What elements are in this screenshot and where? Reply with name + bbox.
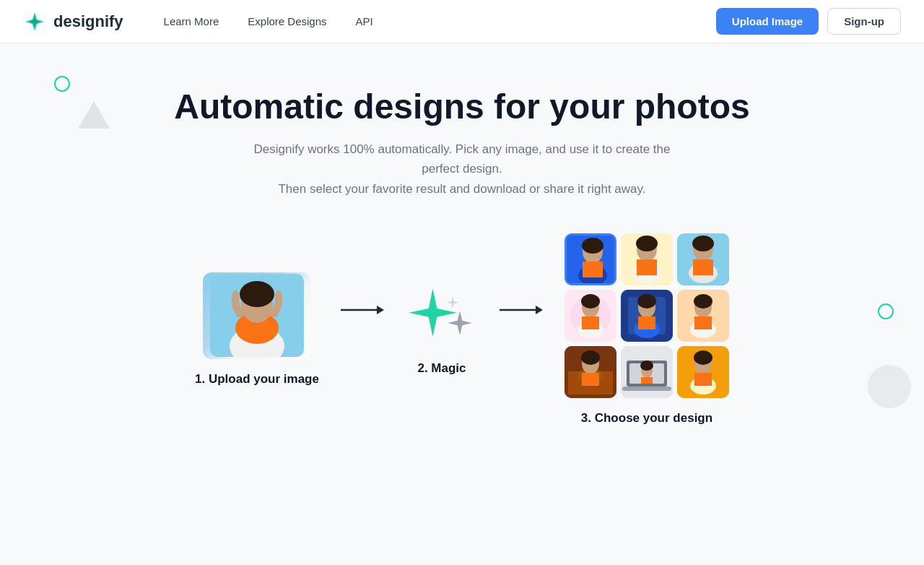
step-1-label: 1. Upload your image	[195, 372, 319, 387]
svg-rect-58	[641, 377, 653, 384]
design-grid	[565, 233, 729, 398]
thumb-2-svg	[621, 233, 673, 285]
thumb-7-svg	[565, 346, 616, 398]
svg-point-52	[581, 350, 600, 365]
thumb-5-svg	[621, 290, 673, 342]
svg-marker-11	[448, 311, 471, 335]
design-thumb-7[interactable]	[565, 346, 616, 398]
magic-stars-svg	[406, 280, 478, 352]
deco-triangle	[78, 101, 110, 129]
svg-point-46	[694, 294, 712, 309]
hero-title: Automatic designs for your photos	[174, 87, 749, 126]
svg-rect-28	[693, 259, 713, 275]
arrow-2-svg	[500, 301, 543, 319]
svg-rect-18	[583, 262, 603, 277]
upload-image-preview	[203, 272, 311, 359]
svg-marker-10	[409, 288, 457, 337]
svg-rect-40	[638, 316, 655, 329]
thumb-3-svg	[677, 233, 729, 285]
arrow-1-svg	[341, 301, 384, 319]
logo[interactable]: designify	[23, 10, 123, 33]
design-thumb-1[interactable]	[565, 233, 616, 285]
svg-point-24	[636, 236, 658, 251]
nav-actions: Upload Image Sign-up	[716, 8, 901, 35]
step-2-visual	[406, 283, 478, 348]
upload-image-button[interactable]: Upload Image	[716, 8, 819, 35]
logo-text: designify	[53, 12, 123, 31]
nav-links: Learn More Explore Designs API	[152, 9, 716, 33]
svg-point-59	[640, 361, 653, 371]
design-thumb-2[interactable]	[621, 233, 673, 285]
arrow-2	[500, 298, 543, 324]
svg-marker-12	[447, 296, 459, 309]
svg-marker-9	[377, 306, 384, 314]
svg-rect-63	[694, 373, 712, 386]
workflow: 1. Upload your image 2. Magic	[65, 233, 859, 426]
step-1-visual	[203, 272, 311, 359]
arrow-1	[341, 298, 384, 324]
design-thumb-6[interactable]	[677, 290, 729, 342]
svg-point-64	[694, 350, 712, 365]
svg-point-29	[692, 236, 714, 251]
svg-rect-45	[694, 316, 712, 329]
step-3: 3. Choose your design	[565, 233, 729, 426]
step-2-label: 2. Magic	[417, 361, 466, 376]
deco-circle-large	[868, 365, 911, 408]
svg-marker-2	[30, 16, 40, 27]
design-thumb-5[interactable]	[621, 290, 673, 342]
design-thumb-9[interactable]	[677, 346, 729, 398]
svg-point-7	[240, 281, 274, 307]
svg-rect-23	[637, 259, 657, 275]
step-1: 1. Upload your image	[195, 272, 319, 387]
design-thumb-3[interactable]	[677, 233, 729, 285]
deco-circle-top-left	[54, 76, 70, 92]
nav-link-learn-more[interactable]: Learn More	[152, 9, 231, 33]
deco-circle-bottom-right	[878, 303, 894, 319]
svg-point-35	[581, 294, 600, 309]
thumb-6-svg	[677, 290, 729, 342]
svg-marker-14	[536, 306, 543, 314]
thumb-1-svg	[567, 236, 616, 285]
navbar: designify Learn More Explore Designs API…	[0, 0, 924, 43]
nav-link-api[interactable]: API	[344, 9, 385, 33]
svg-point-41	[637, 294, 656, 309]
svg-point-19	[582, 238, 603, 254]
step-3-visual	[565, 233, 729, 398]
person-svg	[210, 274, 304, 357]
design-thumb-4[interactable]	[565, 290, 616, 342]
svg-rect-51	[582, 373, 599, 386]
logo-icon	[23, 10, 46, 33]
svg-rect-56	[622, 387, 671, 391]
design-thumb-8[interactable]	[621, 346, 673, 398]
thumb-4-svg	[565, 290, 616, 342]
step-3-label: 3. Choose your design	[581, 411, 712, 426]
svg-rect-34	[582, 316, 599, 329]
signup-button[interactable]: Sign-up	[827, 8, 901, 35]
hero-subtitle: Designify works 100% automatically. Pick…	[238, 139, 686, 199]
main-content: Automatic designs for your photos Design…	[0, 43, 924, 565]
thumb-8-svg	[621, 346, 673, 398]
step-2: 2. Magic	[406, 283, 478, 376]
thumb-9-svg	[677, 346, 729, 398]
nav-link-explore-designs[interactable]: Explore Designs	[236, 9, 338, 33]
